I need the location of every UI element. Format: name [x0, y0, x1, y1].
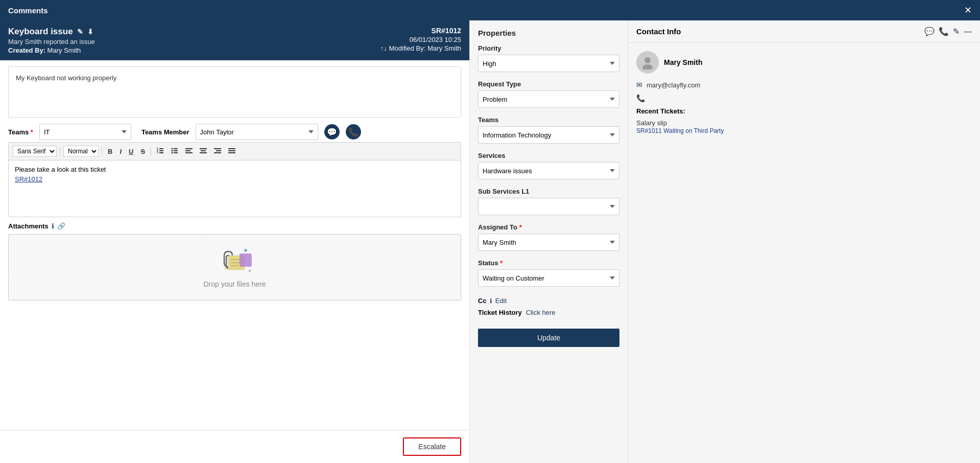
- download-icon[interactable]: ⬇: [87, 28, 93, 36]
- unordered-list-button[interactable]: [169, 146, 181, 157]
- italic-button[interactable]: I: [117, 147, 124, 156]
- sub-services-label: Sub Services L1: [478, 188, 619, 195]
- ticket-header-top: Keyboard issue ✎ ⬇ Mary Smith reported a…: [8, 27, 461, 54]
- chat-icon-button[interactable]: 💬: [324, 124, 340, 140]
- svg-point-30: [249, 270, 251, 272]
- services-dropdown[interactable]: Hardware issues: [478, 162, 619, 179]
- svg-rect-11: [174, 152, 178, 153]
- edit-title-icon[interactable]: ✎: [77, 28, 83, 36]
- assigned-to-dropdown[interactable]: Mary Smith: [478, 234, 619, 251]
- ordered-list-button[interactable]: 123: [154, 146, 166, 157]
- bold-button[interactable]: B: [105, 147, 115, 156]
- align-left-button[interactable]: [183, 146, 195, 157]
- svg-rect-19: [216, 150, 221, 151]
- ticket-history-link[interactable]: Click here: [526, 309, 556, 316]
- main-window: Comments ✕ Keyboard issue ✎ ⬇ Mary Smith…: [0, 0, 980, 463]
- contact-email-row: ✉ mary@clayfly.com: [636, 81, 972, 89]
- strikethrough-button[interactable]: S: [138, 147, 148, 156]
- phone-icon-button[interactable]: 📞: [346, 124, 361, 140]
- underline-button[interactable]: U: [126, 147, 136, 156]
- svg-rect-15: [200, 148, 207, 149]
- editor-area: Sans Serif Normal B I U S 123: [8, 142, 461, 217]
- request-type-dropdown[interactable]: Problem: [478, 90, 619, 108]
- editor-toolbar: Sans Serif Normal B I U S 123: [9, 143, 461, 160]
- assigned-to-field: Assigned To * Mary Smith: [478, 223, 619, 257]
- contact-name-row: Mary Smith: [636, 51, 972, 74]
- recent-ticket-link[interactable]: SR#1011 Waiting on Third Party: [636, 127, 724, 134]
- contact-edit-icon[interactable]: ✎: [953, 27, 960, 36]
- contact-panel: Contact Info 💬 📞 ✎ — Mary Smi: [628, 20, 980, 463]
- contact-header-icons: 💬 📞 ✎ —: [924, 27, 972, 36]
- ticket-created-row: Created By: Mary Smith: [8, 47, 95, 54]
- svg-point-29: [224, 268, 226, 270]
- editor-text-line1[interactable]: Please take a look at this ticket: [15, 166, 455, 173]
- cc-edit-link[interactable]: Edit: [495, 297, 507, 305]
- svg-rect-18: [214, 148, 221, 149]
- svg-point-6: [172, 148, 173, 149]
- priority-dropdown[interactable]: High: [478, 55, 619, 72]
- font-size-select[interactable]: Normal: [63, 146, 99, 157]
- contact-chat-icon[interactable]: 💬: [924, 27, 935, 36]
- ticket-body-text: My Keyboard not working properly: [8, 66, 461, 118]
- left-panel: Keyboard issue ✎ ⬇ Mary Smith reported a…: [0, 20, 470, 463]
- recent-ticket-title: Salary slip: [636, 119, 972, 127]
- toolbar-divider-2: [102, 147, 102, 155]
- update-button[interactable]: Update: [478, 329, 619, 347]
- svg-rect-13: [185, 150, 190, 151]
- attachments-info-icon[interactable]: ℹ: [52, 222, 54, 230]
- ticket-history-label: Ticket History: [478, 309, 522, 316]
- svg-point-31: [644, 57, 651, 63]
- attachments-label-row: Attachments ℹ 🔗: [8, 222, 461, 230]
- drop-zone[interactable]: Drop your files here: [8, 234, 461, 300]
- teams-field: Teams Information Technology: [478, 116, 619, 150]
- svg-point-10: [172, 152, 173, 153]
- window-title: Comments: [8, 6, 48, 15]
- svg-rect-21: [228, 148, 235, 149]
- ticket-subtitle: Mary Smith reported an issue: [8, 38, 95, 45]
- status-dropdown[interactable]: Waiting on Customer: [478, 269, 619, 287]
- font-family-select[interactable]: Sans Serif: [13, 146, 57, 157]
- drop-zone-text: Drop your files here: [203, 280, 266, 288]
- svg-rect-22: [228, 150, 235, 151]
- svg-rect-7: [174, 148, 178, 149]
- svg-rect-20: [214, 152, 221, 153]
- sub-services-field: Sub Services L1: [478, 188, 619, 221]
- attachments-link-icon[interactable]: 🔗: [57, 222, 65, 230]
- created-by-value: Mary Smith: [47, 47, 81, 54]
- align-center-button[interactable]: [197, 146, 209, 157]
- ticket-title-text: Keyboard issue: [8, 27, 73, 37]
- properties-panel: Properties Priority High Request Type Pr…: [470, 20, 628, 463]
- teams-member-select[interactable]: John Taylor: [196, 124, 318, 140]
- close-button[interactable]: ✕: [964, 6, 972, 15]
- contact-header: Contact Info 💬 📞 ✎ —: [628, 20, 980, 43]
- created-by-label: Created By:: [8, 47, 45, 54]
- svg-text:3: 3: [157, 151, 158, 154]
- ticket-date: 06/01/2023 10:25: [380, 36, 461, 43]
- align-right-button[interactable]: [211, 146, 224, 157]
- svg-point-28: [244, 249, 247, 252]
- title-bar: Comments ✕: [0, 0, 980, 20]
- svg-rect-17: [200, 152, 207, 153]
- svg-rect-9: [174, 150, 178, 151]
- svg-rect-12: [185, 148, 193, 149]
- sub-services-dropdown[interactable]: [478, 198, 619, 215]
- ticket-title: Keyboard issue ✎ ⬇: [8, 27, 95, 37]
- contact-email: mary@clayfly.com: [647, 81, 700, 89]
- editor-content[interactable]: Please take a look at this ticket SR#101…: [9, 160, 461, 217]
- contact-minus-icon[interactable]: —: [964, 27, 972, 36]
- svg-rect-2: [159, 152, 163, 153]
- editor-sr-link[interactable]: SR#1012: [15, 175, 42, 183]
- teams-prop-dropdown[interactable]: Information Technology: [478, 126, 619, 144]
- cc-info-icon[interactable]: ℹ: [490, 297, 492, 305]
- ticket-header: Keyboard issue ✎ ⬇ Mary Smith reported a…: [0, 20, 469, 60]
- svg-point-32: [642, 64, 653, 70]
- request-type-field: Request Type Problem: [478, 80, 619, 114]
- justify-button[interactable]: [226, 146, 238, 157]
- assigned-to-label: Assigned To *: [478, 223, 619, 231]
- ticket-title-area: Keyboard issue ✎ ⬇ Mary Smith reported a…: [8, 27, 95, 54]
- teams-select[interactable]: IT: [39, 124, 131, 140]
- editor-text-line2[interactable]: SR#1012: [15, 175, 455, 183]
- svg-rect-14: [185, 152, 193, 153]
- escalate-button[interactable]: Escalate: [403, 437, 461, 456]
- contact-phone-icon[interactable]: 📞: [939, 27, 949, 36]
